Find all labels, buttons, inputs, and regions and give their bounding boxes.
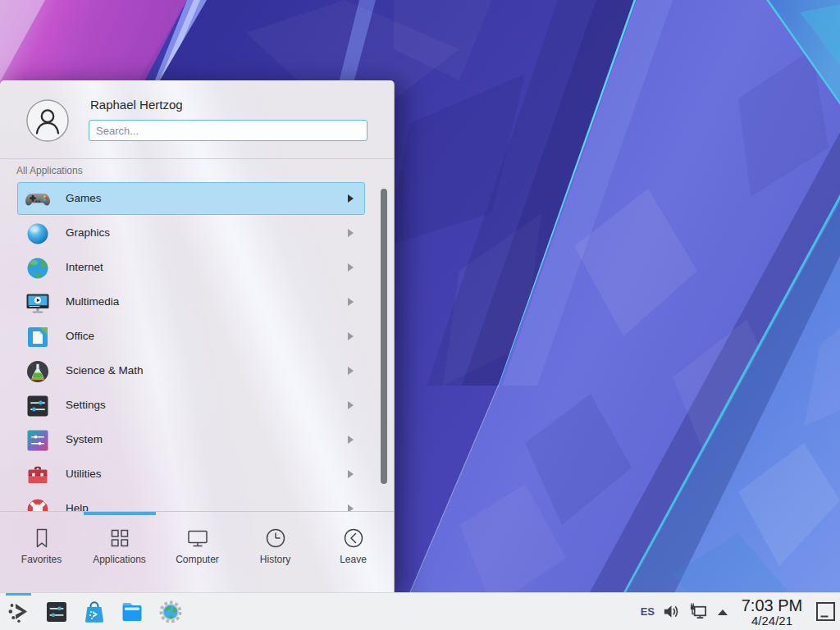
help-icon: [25, 496, 51, 511]
expand-tray-icon[interactable]: [716, 607, 729, 617]
active-tab-indicator: [84, 512, 156, 515]
taskbar: ES 7:03 PM 4/24/21: [0, 592, 840, 630]
applications-icon: [107, 526, 132, 550]
submenu-arrow-icon: [348, 194, 354, 203]
menu-item-label: Science & Math: [66, 355, 144, 386]
keyboard-layout-indicator[interactable]: ES: [641, 605, 655, 618]
desktop[interactable]: Raphael Hertzog All Applications Games: [0, 0, 840, 630]
show-desktop-button[interactable]: [815, 600, 837, 623]
active-task-indicator: [6, 593, 31, 596]
leave-icon: [341, 526, 366, 550]
tabbar-separator: [0, 511, 394, 512]
tab-history[interactable]: History: [236, 520, 314, 591]
menu-item-label: Office: [66, 321, 94, 352]
search-input[interactable]: [89, 120, 368, 141]
header-separator: [0, 158, 394, 159]
tab-applications[interactable]: Applications: [80, 520, 158, 591]
user-name: Raphael Hertzog: [90, 98, 183, 112]
multimedia-icon: [25, 290, 51, 316]
submenu-arrow-icon: [348, 401, 354, 409]
application-launcher: Raphael Hertzog All Applications Games: [0, 80, 395, 594]
tab-label: Computer: [158, 554, 236, 565]
file-manager-icon[interactable]: [120, 600, 144, 624]
clock-time: 7:03 PM: [737, 597, 807, 614]
menu-scrollbar[interactable]: [381, 189, 387, 484]
system-tray: ES 7:03 PM 4/24/21: [641, 593, 837, 630]
menu-item-label: Help: [66, 493, 89, 511]
menu-item-label: Graphics: [66, 217, 110, 249]
app-launcher-icon[interactable]: [7, 600, 31, 624]
discover-icon[interactable]: [82, 600, 107, 624]
menu-item-help[interactable]: Help: [17, 492, 365, 511]
network-icon[interactable]: [688, 601, 709, 622]
settings-icon: [25, 393, 51, 419]
menu-item-utilities[interactable]: Utilities: [17, 458, 365, 491]
tab-favorites[interactable]: Favorites: [2, 520, 80, 591]
submenu-arrow-icon: [348, 436, 354, 444]
system-icon: [25, 427, 51, 454]
tab-computer[interactable]: Computer: [158, 520, 236, 591]
favorites-icon: [30, 526, 54, 550]
menu-item-label: Internet: [66, 252, 103, 283]
volume-icon[interactable]: [662, 602, 681, 621]
internet-icon: [25, 255, 51, 281]
computer-icon: [185, 526, 210, 550]
category-list: Games Graphics Internet: [17, 182, 365, 511]
submenu-arrow-icon: [348, 298, 354, 306]
tab-label: Favorites: [2, 554, 80, 565]
menu-item-label: Settings: [66, 390, 106, 421]
office-icon: [25, 324, 51, 350]
tab-leave[interactable]: Leave: [314, 520, 392, 591]
submenu-arrow-icon: [348, 332, 354, 340]
utilities-icon: [25, 462, 51, 488]
menu-item-label: Utilities: [66, 459, 102, 490]
tab-label: History: [236, 554, 314, 565]
history-icon: [263, 526, 288, 550]
science-icon: [25, 358, 51, 385]
menu-item-label: System: [66, 424, 103, 455]
section-label: All Applications: [16, 165, 83, 176]
menu-item-system[interactable]: System: [17, 423, 365, 456]
submenu-arrow-icon: [348, 504, 354, 511]
menu-item-label: Multimedia: [66, 286, 119, 317]
user-avatar-icon[interactable]: [25, 98, 70, 143]
system-settings-icon[interactable]: [44, 600, 69, 624]
menu-item-science-math[interactable]: Science & Math: [17, 354, 365, 387]
submenu-arrow-icon: [348, 367, 354, 375]
tab-label: Applications: [80, 554, 158, 565]
graphics-icon: [25, 221, 51, 247]
menu-item-multimedia[interactable]: Multimedia: [17, 285, 365, 318]
web-browser-icon[interactable]: [158, 600, 183, 624]
menu-item-graphics[interactable]: Graphics: [17, 217, 365, 249]
digital-clock[interactable]: 7:03 PM 4/24/21: [737, 597, 807, 627]
tab-label: Leave: [314, 554, 392, 565]
submenu-arrow-icon: [348, 229, 354, 237]
clock-date: 4/24/21: [737, 614, 807, 627]
launcher-tabbar: Favorites Applications Computer: [2, 520, 392, 591]
menu-item-office[interactable]: Office: [17, 320, 365, 353]
submenu-arrow-icon: [348, 263, 354, 272]
submenu-arrow-icon: [348, 470, 354, 478]
menu-item-games[interactable]: Games: [17, 182, 365, 215]
games-icon: [25, 186, 51, 212]
menu-item-settings[interactable]: Settings: [17, 389, 365, 422]
menu-item-label: Games: [66, 183, 102, 214]
menu-item-internet[interactable]: Internet: [17, 251, 365, 284]
